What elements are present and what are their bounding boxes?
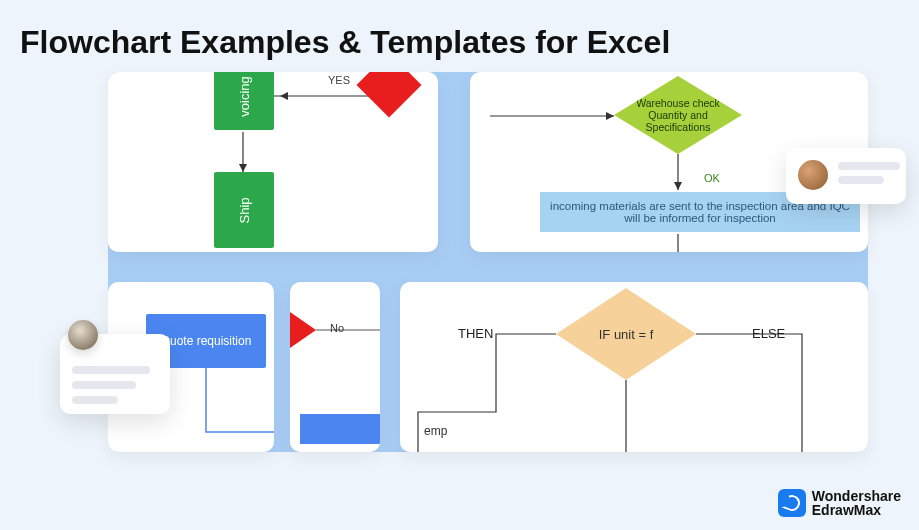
node-invoicing: voicing [237,76,252,116]
ok-label: OK [704,172,720,184]
else-label: ELSE [752,326,785,341]
if-condition-node: IF unit = f [556,288,696,380]
avatar-icon [798,160,828,190]
page-title: Flowchart Examples & Templates for Excel [20,24,670,61]
svg-marker-4 [239,164,247,172]
then-label: THEN [458,326,493,341]
edrawmax-icon [778,489,806,517]
brand-logo: Wondershare EdrawMax [778,489,901,518]
avatar-icon [68,320,98,350]
svg-marker-8 [674,182,682,190]
brand-line1: Wondershare [812,489,901,504]
decision-icon [356,72,421,118]
warehouse-check-node: Warehouse check Quantity and Specificati… [614,76,742,154]
template-card-5[interactable]: THEN IF unit = f ELSE emp [400,282,868,452]
user-comment-card-1 [786,148,906,204]
node-ship: Ship [237,197,252,223]
decision-triangle-icon [290,312,316,348]
svg-marker-1 [280,92,288,100]
svg-marker-6 [606,112,614,120]
brand-line2: EdrawMax [812,503,901,518]
user-comment-card-2 [60,334,170,414]
svg-rect-13 [300,414,380,444]
emp-label: emp [424,424,447,438]
no-label: No [330,322,344,334]
template-card-4[interactable]: No [290,282,380,452]
template-card-1[interactable]: voicing Ship YES [108,72,438,252]
yes-label: YES [328,74,350,86]
